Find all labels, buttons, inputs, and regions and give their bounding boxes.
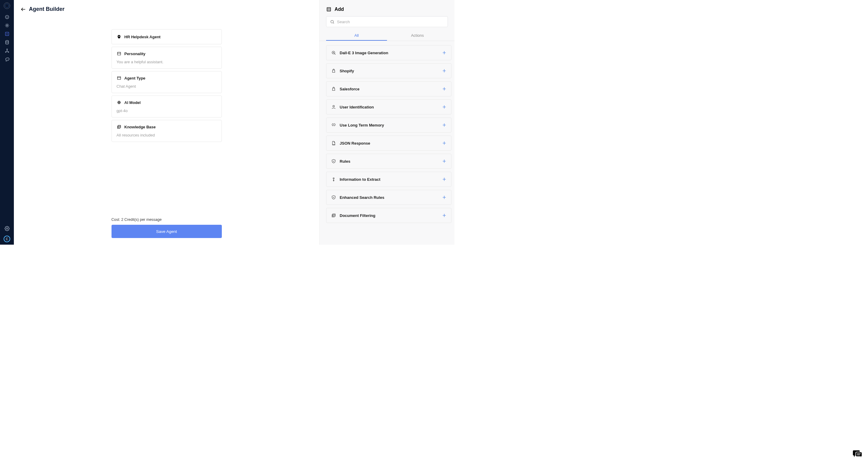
item-salesforce[interactable]: Salesforce [326, 81, 452, 96]
item-label: Enhanced Search Rules [340, 195, 438, 200]
item-json[interactable]: JSON JSON Response [326, 135, 452, 151]
add-icon[interactable] [442, 177, 446, 181]
layers-icon [117, 124, 121, 129]
head-icon [117, 34, 121, 39]
nav-chat-icon[interactable] [0, 13, 14, 21]
tab-all[interactable]: All [326, 30, 387, 41]
nav-settings-icon[interactable] [0, 21, 14, 30]
extract-icon [331, 177, 336, 182]
nav-builder-icon[interactable] [0, 30, 14, 38]
item-doc-filter[interactable]: Document Filtering [326, 208, 452, 223]
ai-model-card[interactable]: AI Model gpt-4o [112, 95, 222, 118]
magnify-plus-icon [331, 50, 336, 55]
knowledge-sub: All resources included [117, 133, 217, 137]
personality-title: Personality [124, 52, 146, 56]
svg-point-5 [5, 40, 8, 41]
square-icon [117, 51, 121, 56]
agent-type-card[interactable]: Agent Type Chat Agent [112, 71, 222, 93]
add-icon[interactable] [442, 159, 446, 163]
add-icon[interactable] [442, 195, 446, 199]
search-icon [330, 20, 335, 24]
item-rules[interactable]: Rules [326, 154, 452, 169]
knowledge-title: Knowledge Base [124, 125, 156, 129]
svg-point-0 [4, 3, 10, 9]
item-label: Dall-E 3 Image Generation [340, 51, 438, 55]
svg-rect-19 [327, 7, 331, 11]
svg-line-27 [335, 54, 336, 55]
user-avatar[interactable]: C [4, 236, 10, 242]
item-label: Use Long Term Memory [340, 123, 438, 127]
item-memory[interactable]: Use Long Term Memory [326, 118, 452, 132]
svg-line-23 [333, 23, 334, 24]
nav-graph-icon[interactable] [0, 46, 14, 55]
personality-sub: You are a helpful assistant. [117, 60, 217, 64]
agent-type-sub: Chat Agent [117, 84, 217, 89]
nav-messages-icon[interactable] [0, 55, 14, 63]
svg-rect-14 [117, 76, 121, 79]
item-label: Rules [340, 159, 438, 164]
item-label: JSON Response [340, 141, 438, 146]
page-title: Agent Builder [29, 6, 64, 12]
svg-rect-18 [118, 125, 121, 128]
item-label: Salesforce [340, 87, 438, 91]
svg-point-44 [333, 178, 334, 179]
json-icon: JSON [331, 141, 336, 146]
item-label: Document Filtering [340, 213, 438, 218]
item-enhanced-search[interactable]: Enhanced Search Rules [326, 190, 452, 205]
search-box[interactable] [326, 16, 448, 27]
cloud-icon [331, 87, 336, 91]
item-label: Information to Extract [340, 177, 438, 182]
item-label: User Identification [340, 105, 438, 110]
add-icon[interactable] [442, 213, 446, 218]
layers-icon [331, 213, 336, 218]
personality-card[interactable]: Personality You are a helpful assistant. [112, 47, 222, 69]
svg-rect-12 [117, 52, 121, 55]
item-shopify[interactable]: Shopify [326, 63, 452, 78]
shield-icon [331, 195, 336, 200]
item-user-id[interactable]: User Identification [326, 99, 452, 115]
ai-model-sub: gpt-4o [117, 108, 217, 113]
svg-rect-49 [333, 214, 336, 217]
svg-point-3 [6, 25, 7, 26]
logo-icon [4, 2, 10, 9]
item-label: Shopify [340, 69, 438, 73]
bag-icon [331, 68, 336, 73]
svg-point-34 [333, 105, 334, 107]
svg-point-6 [7, 49, 7, 50]
agent-name-title: HR Helpdesk Agent [124, 35, 161, 39]
cpu-icon [117, 100, 121, 105]
add-icon[interactable] [442, 141, 446, 145]
add-icon[interactable] [442, 105, 446, 109]
back-arrow-icon[interactable] [21, 7, 26, 12]
agent-name-card[interactable]: HR Helpdesk Agent [112, 29, 222, 44]
add-panel-icon [326, 7, 332, 12]
agent-type-title: Agent Type [124, 76, 146, 81]
svg-rect-4 [5, 32, 8, 35]
add-icon[interactable] [442, 51, 446, 55]
cost-text: Cost: 2 Credit(s) per message [112, 218, 222, 222]
knowledge-card[interactable]: Knowledge Base All resources included [112, 120, 222, 142]
svg-text:JSON: JSON [333, 144, 336, 146]
square-icon [117, 75, 121, 81]
svg-point-22 [331, 20, 334, 23]
search-input[interactable] [337, 20, 444, 24]
svg-rect-16 [118, 101, 120, 104]
shield-icon [331, 159, 336, 164]
tab-actions[interactable]: Actions [387, 30, 448, 41]
nav-database-icon[interactable] [0, 38, 14, 46]
brain-icon [331, 123, 336, 127]
panel-title: Add [335, 7, 344, 12]
save-agent-button[interactable]: Save Agent [112, 225, 222, 238]
add-icon[interactable] [442, 123, 446, 127]
item-extract[interactable]: Information to Extract [326, 172, 452, 187]
add-icon[interactable] [442, 69, 446, 73]
svg-point-1 [5, 4, 9, 8]
add-icon[interactable] [442, 87, 446, 91]
sidebar-nav: C [0, 0, 14, 245]
svg-rect-17 [119, 102, 119, 103]
ai-model-title: AI Model [124, 100, 141, 105]
item-dalle[interactable]: Dall-E 3 Image Generation [326, 45, 452, 60]
svg-point-11 [119, 36, 119, 37]
person-icon [331, 104, 336, 110]
nav-gear-icon[interactable] [4, 224, 10, 232]
